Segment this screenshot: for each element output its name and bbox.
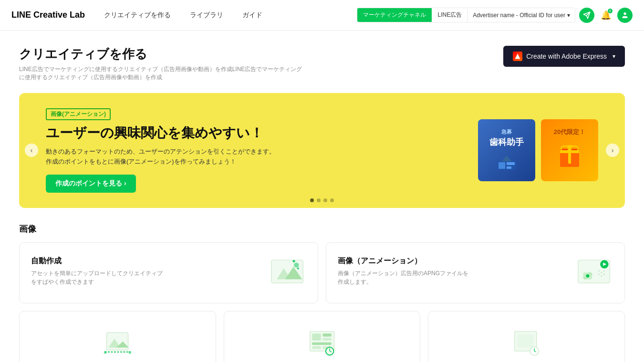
banner-images: 急募 歯科助手 20代限定！	[478, 119, 598, 181]
svg-point-29	[603, 270, 605, 272]
svg-rect-43	[312, 342, 332, 345]
svg-rect-38	[129, 351, 132, 354]
card-template[interactable]: テンプレートから作成 テンプレートを使って、簡単にハイクオリティなクリエイティブ…	[224, 311, 421, 362]
auto-create-icon-area: ✦ ✦	[268, 256, 306, 290]
app-header: LINE Creative Lab クリエイティブを作る ライブラリ ガイド マ…	[0, 0, 644, 31]
adobe-btn-chevron-icon: ▾	[613, 53, 615, 60]
card-animation[interactable]: 画像（アニメーション） 画像（アニメーション）広告用のAPNGファイルを作成しま…	[326, 242, 625, 303]
svg-rect-42	[322, 338, 331, 341]
svg-rect-41	[322, 333, 331, 336]
svg-point-28	[601, 271, 602, 273]
card-animation-desc: 画像（アニメーション）広告用のAPNGファイルを作成します。	[338, 269, 471, 286]
page-subtitle: LINE広告でマーケティングに使用するクリエイティブ（広告用画像や動画）を作成L…	[19, 65, 305, 82]
card-blank[interactable]: 白紙から作成 白紙のキャンバスでクリエイティブを作成します	[428, 311, 625, 362]
page-title: クリエイティブを作る	[19, 46, 305, 62]
banner-img2-content: 20代限定！	[554, 128, 585, 173]
svg-text:✦: ✦	[296, 266, 300, 271]
carousel-next-button[interactable]: ›	[606, 144, 619, 157]
image-cards-top: 自動作成 アセットを簡単にアップロードしてクリエイティブをすばやく作成できます …	[19, 242, 625, 303]
svg-point-32	[603, 273, 605, 275]
card-quick-trim[interactable]: クイックトリミング 一度で簡単に素早く画像をトリミングできます	[19, 311, 216, 362]
image-cards-bottom: クイックトリミング 一度で簡単に素早く画像をトリミングできます	[19, 311, 625, 362]
chevron-down-icon: ▾	[567, 12, 570, 19]
page-title-block: クリエイティブを作る LINE広告でマーケティングに使用するクリエイティブ（広告…	[19, 46, 305, 82]
banner-desc-line2: 作成のポイントをもとに画像(アニメーション)を作ってみましょう！	[46, 157, 463, 167]
svg-text:✦: ✦	[291, 259, 296, 265]
notification-badge: 6	[608, 9, 613, 13]
banner-cta-label: 作成のポイントを見る ›	[55, 179, 126, 188]
carousel-dot-3[interactable]	[330, 198, 334, 202]
carousel-dot-2[interactable]	[323, 198, 327, 202]
banner-image-2: 20代限定！	[541, 119, 598, 181]
advertiser-name: Advertiser name - Official ID for user	[473, 12, 565, 19]
card-animation-title: 画像（アニメーション）	[338, 256, 471, 266]
card-auto-create-text: 自動作成 アセットを簡単にアップロードしてクリエイティブをすばやく作成できます	[31, 256, 165, 286]
images-section-title: 画像	[19, 223, 625, 235]
blank-icon-area	[508, 327, 546, 360]
card-animation-text: 画像（アニメーション） 画像（アニメーション）広告用のAPNGファイルを作成しま…	[338, 256, 471, 286]
banner-img2-title: 20代限定！	[554, 128, 585, 136]
banner-img1-label: 急募	[501, 128, 512, 135]
svg-point-31	[601, 275, 602, 277]
trim-icon-area	[98, 327, 136, 360]
advertiser-select[interactable]: Advertiser name - Official ID for user ▾	[467, 9, 575, 21]
card-auto-create[interactable]: 自動作成 アセットを簡単にアップロードしてクリエイティブをすばやく作成できます …	[19, 242, 318, 303]
carousel-dot-1[interactable]	[317, 198, 321, 202]
banner-img1-decoration	[495, 152, 519, 173]
card-auto-create-desc: アセットを簡単にアップロードしてクリエイティブをすばやく作成できます	[31, 269, 165, 286]
svg-marker-8	[502, 155, 511, 161]
main-nav: クリエイティブを作る ライブラリ ガイド	[104, 11, 357, 20]
banner-desc: 動きのあるフォーマットのため、ユーザーのアテンションを引くことができます。 作成…	[46, 147, 463, 167]
card-auto-create-title: 自動作成	[31, 256, 165, 266]
svg-marker-3	[515, 54, 520, 59]
channel-selector: マーケティングチャネル LINE広告 Advertiser name - Off…	[357, 8, 575, 22]
banner-cta-button[interactable]: 作成のポイントを見る ›	[46, 175, 136, 193]
user-account-button[interactable]	[617, 8, 633, 23]
banner-img1-title: 歯科助手	[489, 137, 524, 148]
page-header: クリエイティブを作る LINE広告でマーケティングに使用するクリエイティブ（広告…	[19, 46, 625, 82]
notifications-button[interactable]: 🔔 6	[598, 8, 613, 23]
banner-desc-line1: 動きのあるフォーマットのため、ユーザーのアテンションを引くことができます。	[46, 147, 463, 157]
svg-point-26	[586, 274, 589, 278]
svg-point-30	[598, 273, 600, 275]
svg-rect-5	[499, 162, 505, 169]
carousel-prev-button[interactable]: ‹	[25, 144, 38, 157]
main-content: クリエイティブを作る LINE広告でマーケティングに使用するクリエイティブ（広告…	[0, 31, 644, 362]
template-icon-area	[303, 327, 341, 360]
svg-rect-6	[507, 162, 515, 165]
line-ads-btn[interactable]: LINE広告	[432, 8, 467, 22]
svg-rect-7	[507, 166, 511, 169]
adobe-icon	[513, 52, 522, 61]
header-actions: マーケティングチャネル LINE広告 Advertiser name - Off…	[357, 8, 633, 23]
app-logo: LINE Creative Lab	[11, 10, 85, 20]
banner-content: 画像(アニメーション) ユーザーの興味関心を集めやすい！ 動きのあるフォーマット…	[46, 108, 463, 193]
banner-headline: ユーザーの興味関心を集めやすい！	[46, 124, 463, 142]
images-section: 画像 自動作成 アセットを簡単にアップロードしてクリエイティブをすばやく作成でき…	[19, 223, 625, 362]
svg-rect-51	[518, 334, 533, 348]
banner-image-1: 急募 歯科助手	[478, 119, 535, 181]
animation-icon-area	[575, 256, 613, 290]
marketing-channel-btn[interactable]: マーケティングチャネル	[357, 8, 432, 22]
nav-create[interactable]: クリエイティブを作る	[104, 11, 171, 20]
svg-rect-37	[104, 351, 107, 354]
send-button[interactable]	[579, 8, 594, 23]
carousel-dot-0[interactable]	[310, 198, 314, 202]
carousel-dots	[310, 198, 334, 202]
adobe-express-button[interactable]: Create with Adobe Express ▾	[503, 46, 625, 67]
nav-guide[interactable]: ガイド	[242, 11, 262, 20]
banner-tag: 画像(アニメーション)	[46, 108, 111, 120]
nav-library[interactable]: ライブラリ	[190, 11, 223, 20]
svg-rect-44	[312, 346, 321, 349]
adobe-express-label: Create with Adobe Express	[526, 52, 607, 60]
svg-rect-40	[312, 333, 321, 341]
svg-point-2	[623, 12, 626, 15]
banner-carousel: ‹ 画像(アニメーション) ユーザーの興味関心を集めやすい！ 動きのあるフォーマ…	[19, 93, 625, 208]
svg-point-27	[598, 270, 600, 272]
